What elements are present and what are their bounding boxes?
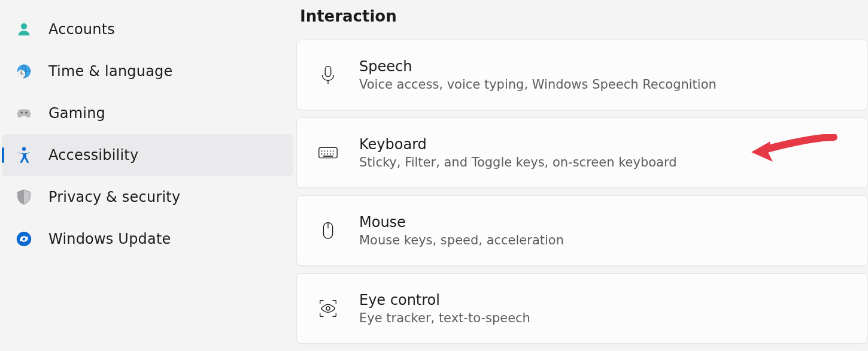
card-title: Mouse bbox=[359, 214, 564, 231]
card-subtitle: Eye tracker, text-to-speech bbox=[359, 311, 530, 325]
card-title: Eye control bbox=[359, 292, 530, 308]
sidebar-item-label: Accessibility bbox=[48, 147, 138, 164]
sidebar-item-label: Gaming bbox=[48, 105, 105, 122]
eye-control-icon bbox=[315, 295, 341, 322]
privacy-icon bbox=[14, 187, 34, 207]
card-text: Speech Voice access, voice typing, Windo… bbox=[359, 58, 717, 92]
settings-sidebar: Accounts Time & language bbox=[0, 0, 296, 351]
card-subtitle: Voice access, voice typing, Windows Spee… bbox=[359, 77, 717, 92]
svg-rect-7 bbox=[325, 66, 331, 77]
svg-point-4 bbox=[25, 112, 27, 114]
svg-point-3 bbox=[21, 112, 23, 114]
svg-point-5 bbox=[22, 147, 26, 151]
svg-point-0 bbox=[21, 23, 27, 29]
card-title: Keyboard bbox=[359, 136, 677, 153]
settings-content: Interaction Speech Voice access, voice t… bbox=[296, 0, 868, 351]
sidebar-item-label: Privacy & security bbox=[48, 189, 180, 205]
accessibility-icon bbox=[14, 145, 34, 165]
accounts-icon bbox=[14, 19, 34, 40]
card-text: Keyboard Sticky, Filter, and Toggle keys… bbox=[359, 136, 677, 170]
card-speech[interactable]: Speech Voice access, voice typing, Windo… bbox=[296, 40, 868, 110]
svg-point-10 bbox=[326, 307, 330, 310]
card-subtitle: Mouse keys, speed, acceleration bbox=[359, 233, 564, 247]
card-keyboard[interactable]: Keyboard Sticky, Filter, and Toggle keys… bbox=[296, 117, 868, 188]
sidebar-item-gaming[interactable]: Gaming bbox=[2, 92, 293, 134]
sidebar-item-windows-update[interactable]: Windows Update bbox=[2, 218, 293, 260]
card-mouse[interactable]: Mouse Mouse keys, speed, acceleration bbox=[296, 195, 868, 266]
sidebar-item-time-language[interactable]: Time & language bbox=[2, 50, 293, 92]
mouse-icon bbox=[315, 217, 341, 244]
sidebar-item-privacy[interactable]: Privacy & security bbox=[2, 176, 293, 218]
card-eye-control[interactable]: Eye control Eye tracker, text-to-speech bbox=[296, 273, 868, 344]
card-title: Speech bbox=[359, 58, 717, 75]
svg-point-6 bbox=[17, 232, 31, 246]
sidebar-item-accessibility[interactable]: Accessibility bbox=[2, 134, 293, 176]
keyboard-icon bbox=[315, 140, 341, 166]
card-text: Eye control Eye tracker, text-to-speech bbox=[359, 292, 530, 325]
time-language-icon bbox=[14, 61, 34, 81]
speech-icon bbox=[315, 62, 341, 88]
section-title: Interaction bbox=[300, 7, 868, 25]
card-subtitle: Sticky, Filter, and Toggle keys, on-scre… bbox=[359, 155, 677, 170]
windows-update-icon bbox=[14, 229, 34, 249]
sidebar-item-label: Windows Update bbox=[48, 231, 171, 247]
gaming-icon bbox=[14, 103, 34, 123]
sidebar-item-label: Time & language bbox=[48, 63, 172, 80]
card-text: Mouse Mouse keys, speed, acceleration bbox=[359, 214, 564, 247]
sidebar-item-accounts[interactable]: Accounts bbox=[2, 8, 293, 50]
sidebar-item-label: Accounts bbox=[48, 21, 115, 38]
